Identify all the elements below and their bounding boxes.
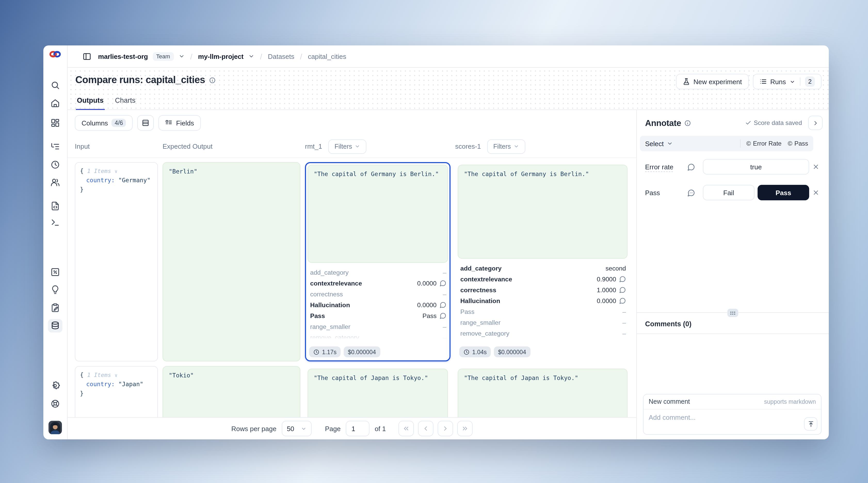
chevrons-left-icon	[403, 425, 410, 432]
chevrons-right-icon	[461, 425, 469, 432]
evals-lightbulb-icon[interactable]	[48, 283, 62, 296]
drag-handle-icon[interactable]	[727, 309, 738, 317]
annotate-row-error-rate: Error rate	[637, 155, 829, 178]
config-chip-pass[interactable]: ©Pass	[788, 140, 808, 147]
annotation-clipboard-icon[interactable]	[48, 301, 62, 314]
comment-textarea[interactable]: Add comment...	[644, 410, 821, 434]
collapse-panel-button[interactable]	[808, 116, 823, 130]
scores-percent-icon[interactable]	[48, 265, 62, 279]
last-page-button[interactable]	[457, 421, 473, 436]
search-icon[interactable]	[48, 79, 62, 92]
error-rate-value-input[interactable]	[703, 159, 809, 175]
comment-bubble-icon[interactable]	[440, 302, 446, 308]
first-page-button[interactable]	[398, 421, 414, 436]
tracing-icon[interactable]	[48, 140, 62, 153]
filters-button-rmt-1[interactable]: Filters	[328, 139, 366, 154]
new-experiment-button[interactable]: New experiment	[676, 74, 748, 89]
columns-count-badge: 4/6	[112, 119, 126, 127]
tab-outputs[interactable]: Outputs	[76, 96, 105, 110]
col-header-expected-output: Expected Output	[162, 143, 300, 150]
run-output-cell-rmt-1[interactable]: "The capital of Japan is Tokyo."	[305, 366, 451, 417]
config-chip-error-rate[interactable]: ©Error Rate	[746, 140, 781, 147]
breadcrumb-separator: /	[259, 52, 263, 61]
pass-option-pass-button[interactable]: Pass	[757, 185, 809, 200]
rows-per-page-select[interactable]: 50	[281, 421, 311, 436]
chevron-down-icon[interactable]: ∨	[115, 373, 117, 378]
score-row: Hallucination0.0000	[460, 295, 626, 306]
chevron-down-icon[interactable]	[178, 53, 185, 59]
comment-bubble-icon[interactable]	[440, 312, 446, 319]
divider	[800, 78, 800, 86]
pagination-bar: Rows per page 50 Page of 1	[68, 417, 636, 440]
comment-bubble-icon[interactable]	[440, 280, 446, 286]
users-icon[interactable]	[48, 176, 62, 189]
divider	[740, 140, 741, 148]
sessions-clock-icon[interactable]	[48, 158, 62, 172]
prompts-file-icon[interactable]	[48, 199, 62, 213]
info-icon[interactable]	[684, 120, 691, 126]
score-row: add_category–	[310, 267, 446, 278]
comment-bubble-icon[interactable]	[687, 163, 695, 171]
annotate-title: Annotate	[645, 118, 681, 128]
comment-bubble-icon[interactable]	[619, 286, 626, 293]
home-icon[interactable]	[48, 96, 62, 110]
submit-comment-button[interactable]	[804, 417, 817, 431]
fields-button[interactable]: Fields	[159, 115, 201, 131]
score-row: correctness1.0000	[460, 284, 626, 295]
comment-bubble-icon[interactable]	[619, 297, 626, 304]
table-row: { 1 Items ∨ country: "Japan" } "Tokio" "…	[68, 366, 636, 417]
categorical-icon: ©	[788, 140, 793, 147]
score-row: Hallucination0.0000	[310, 299, 446, 310]
breadcrumb-dataset-name[interactable]: capital_cities	[308, 52, 346, 60]
run-output-cell-rmt-1[interactable]: "The capital of Germany is Berlin." add_…	[305, 162, 451, 361]
rows-icon	[142, 119, 149, 126]
datasets-database-icon[interactable]	[48, 319, 62, 332]
row-height-button[interactable]	[137, 115, 154, 131]
expected-output-cell[interactable]: "Tokio"	[162, 366, 300, 417]
breadcrumb-separator: /	[299, 52, 303, 61]
next-page-button[interactable]	[438, 421, 453, 436]
chevron-down-icon[interactable]	[248, 53, 254, 59]
comment-bubble-icon[interactable]	[619, 276, 626, 282]
page-number-input[interactable]	[346, 421, 370, 436]
breadcrumb-datasets[interactable]: Datasets	[268, 52, 294, 60]
expected-output-cell[interactable]: "Berlin"	[162, 162, 300, 361]
run-output-cell-scores-1[interactable]: "The capital of Germany is Berlin." add_…	[455, 162, 630, 361]
dashboard-icon[interactable]	[48, 116, 62, 129]
score-row: PassPass	[310, 310, 446, 321]
support-lifebuoy-icon[interactable]	[48, 397, 62, 411]
pass-option-fail-button[interactable]: Fail	[703, 185, 754, 200]
chevron-right-icon	[442, 425, 449, 432]
delete-score-icon[interactable]	[812, 189, 822, 196]
user-avatar[interactable]	[49, 421, 62, 434]
delete-score-icon[interactable]	[812, 163, 822, 170]
info-icon[interactable]	[209, 77, 216, 83]
breadcrumb-project[interactable]: my-llm-project	[198, 52, 243, 60]
runs-button[interactable]: Runs 2	[753, 74, 822, 89]
comment-bubble-dots-icon[interactable]	[687, 189, 695, 197]
chevron-down-icon[interactable]: ∨	[115, 169, 117, 174]
sidebar-toggle-icon[interactable]	[80, 50, 93, 63]
col-header-rmt-1: rmt_1	[305, 143, 322, 150]
score-config-select[interactable]: Select	[645, 140, 673, 147]
previous-page-button[interactable]	[418, 421, 433, 436]
filters-label: Filters	[334, 143, 352, 150]
runs-count-badge: 2	[805, 77, 815, 87]
settings-gear-icon[interactable]	[48, 379, 62, 392]
columns-button[interactable]: Columns 4/6	[75, 115, 133, 131]
score-label[interactable]: Error rate	[645, 163, 684, 171]
org-logo-icon	[49, 50, 61, 59]
score-row: Pass–	[460, 306, 626, 317]
run-output-cell-scores-1[interactable]: "The capital of Japan is Tokyo."	[455, 366, 630, 417]
playground-terminal-icon[interactable]	[48, 216, 62, 229]
tab-charts[interactable]: Charts	[114, 96, 137, 110]
score-label[interactable]: Pass	[645, 189, 684, 197]
breadcrumb-org[interactable]: marlies-test-org	[98, 52, 148, 60]
rows-per-page-label: Rows per page	[231, 425, 276, 432]
filters-button-scores-1[interactable]: Filters	[487, 139, 525, 154]
sidebar	[43, 46, 68, 440]
input-cell[interactable]: { 1 Items ∨ country: "Germany" }	[75, 162, 158, 361]
annotate-panel: Annotate Score data saved Select	[636, 110, 829, 440]
input-cell[interactable]: { 1 Items ∨ country: "Japan" }	[75, 366, 158, 417]
score-config-bar: Select ©Error Rate ©Pass	[640, 136, 813, 151]
